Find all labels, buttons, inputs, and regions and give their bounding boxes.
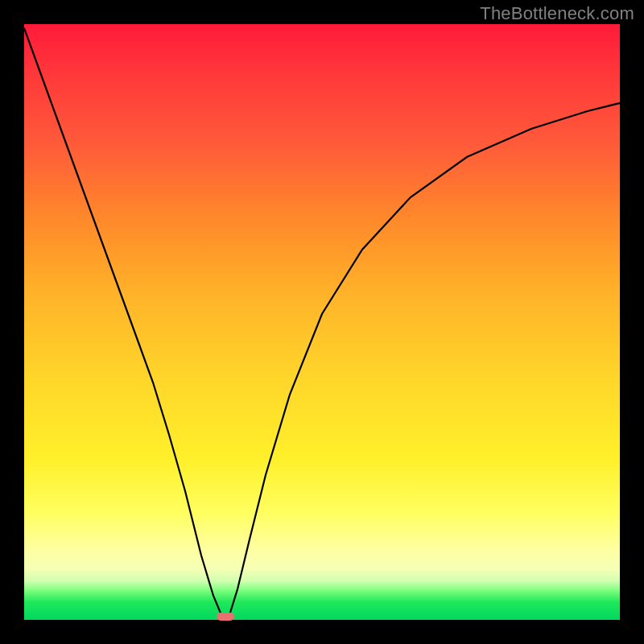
optimum-marker (217, 613, 234, 621)
chart-frame: TheBottleneck.com (0, 0, 644, 644)
watermark-text: TheBottleneck.com (480, 3, 634, 24)
curve-path (24, 28, 620, 620)
plot-area (24, 24, 620, 620)
bottleneck-curve (24, 24, 620, 620)
